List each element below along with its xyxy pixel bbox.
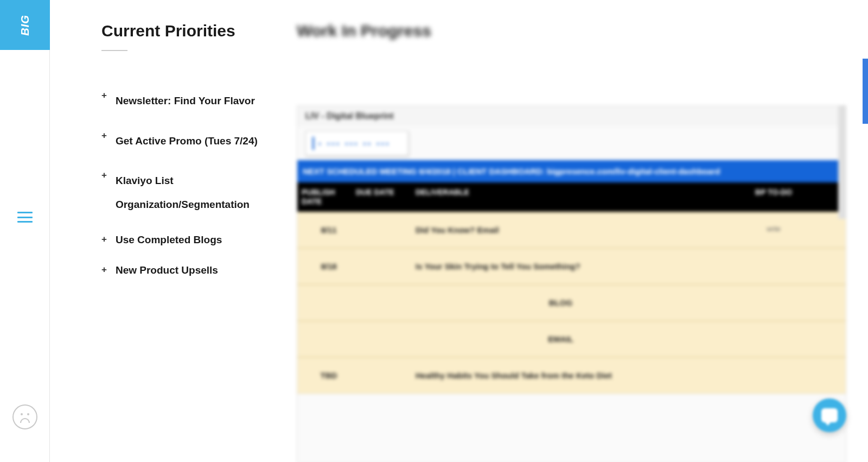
- cell-todo: write: [706, 225, 841, 235]
- expand-icon: +: [101, 130, 107, 141]
- cell-date: [302, 334, 356, 344]
- chat-button[interactable]: [813, 398, 846, 432]
- logo-text: BIG: [19, 15, 31, 36]
- main-content: Current Priorities + Newsletter: Find Yo…: [50, 0, 868, 462]
- cell-due: [356, 298, 416, 307]
- table-row[interactable]: BLOG: [297, 284, 846, 321]
- cell-due: [356, 262, 416, 271]
- page-scrollbar[interactable]: [863, 59, 868, 124]
- col-due: DUE DATE: [356, 188, 416, 206]
- sidebar: BIG: [0, 0, 50, 462]
- priority-item[interactable]: + Use Completed Blogs: [101, 233, 270, 248]
- priority-label: Newsletter: Find Your Flavor: [116, 89, 255, 113]
- cell-todo: [706, 334, 841, 344]
- table-row[interactable]: EMAIL: [297, 321, 846, 357]
- priority-label: Get Active Promo (Tues 7/24): [116, 129, 258, 153]
- priority-label: Klaviyo List Organization/Segmentation: [116, 169, 270, 216]
- priority-label: Use Completed Blogs: [116, 233, 222, 248]
- col-publish: PUBLISH DATE: [302, 188, 356, 206]
- expand-icon: +: [101, 170, 107, 181]
- cell-deliverable: Healthy Habits You Should Take from the …: [416, 371, 706, 380]
- priorities-column: Current Priorities + Newsletter: Find Yo…: [101, 22, 270, 462]
- wip-column: Work In Progress LIV - Digital Blueprint…: [297, 22, 846, 462]
- priority-item[interactable]: + New Product Upsells: [101, 263, 270, 278]
- priority-item[interactable]: + Klaviyo List Organization/Segmentation: [101, 169, 270, 216]
- cell-due: [356, 225, 416, 235]
- table-row[interactable]: 8/11 Did You Know? Email write: [297, 212, 846, 248]
- chat-icon: [821, 408, 838, 422]
- priority-item[interactable]: + Newsletter: Find Your Flavor: [101, 89, 270, 113]
- priorities-title: Current Priorities: [101, 22, 270, 40]
- cell-deliverable: EMAIL: [416, 334, 706, 344]
- cell-deliverable: BLOG: [416, 298, 706, 307]
- wip-sheet-name: LIV - Digital Blueprint: [297, 106, 846, 126]
- col-todo: BP TO-DO: [706, 188, 841, 206]
- title-underline: [101, 50, 127, 51]
- cell-date: 8/18: [302, 262, 356, 271]
- wip-table-header: PUBLISH DATE DUE DATE DELIVERABLE BP TO-…: [297, 182, 846, 212]
- cell-due: [356, 371, 416, 380]
- table-row[interactable]: 8/18 Is Your Skin Trying to Tell You Som…: [297, 248, 846, 284]
- wip-banner: NEXT SCHEDULED MEETING 6/4/2018 | CLIENT…: [297, 160, 846, 182]
- col-deliverable: DELIVERABLE: [416, 188, 706, 206]
- menu-icon[interactable]: [17, 212, 33, 223]
- wip-title: Work In Progress: [297, 22, 846, 40]
- table-row[interactable]: TBD Healthy Habits You Should Take from …: [297, 357, 846, 394]
- expand-icon: +: [101, 264, 107, 275]
- cell-date: [302, 298, 356, 307]
- cell-deliverable: Is Your Skin Trying to Tell You Somethin…: [416, 262, 706, 271]
- expand-icon: +: [101, 90, 107, 101]
- priority-item[interactable]: + Get Active Promo (Tues 7/24): [101, 129, 270, 153]
- cell-todo: [706, 298, 841, 307]
- wip-tab[interactable]: • ••• ••• •• •••: [305, 131, 409, 156]
- feedback-sad-icon[interactable]: [12, 404, 37, 429]
- cell-todo: [706, 262, 841, 271]
- wip-spreadsheet[interactable]: LIV - Digital Blueprint • ••• ••• •• •••…: [297, 105, 846, 462]
- cell-date: 8/11: [302, 225, 356, 235]
- logo[interactable]: BIG: [0, 0, 50, 50]
- cell-deliverable: Did You Know? Email: [416, 225, 706, 235]
- cell-due: [356, 334, 416, 344]
- wip-tab-text: • ••• ••• •• •••: [318, 140, 391, 148]
- priority-label: New Product Upsells: [116, 263, 218, 278]
- priority-list: + Newsletter: Find Your Flavor + Get Act…: [101, 89, 270, 278]
- cell-todo: [706, 371, 841, 380]
- expand-icon: +: [101, 234, 107, 245]
- cell-date: TBD: [302, 371, 356, 380]
- wip-scrollbar[interactable]: [838, 106, 846, 219]
